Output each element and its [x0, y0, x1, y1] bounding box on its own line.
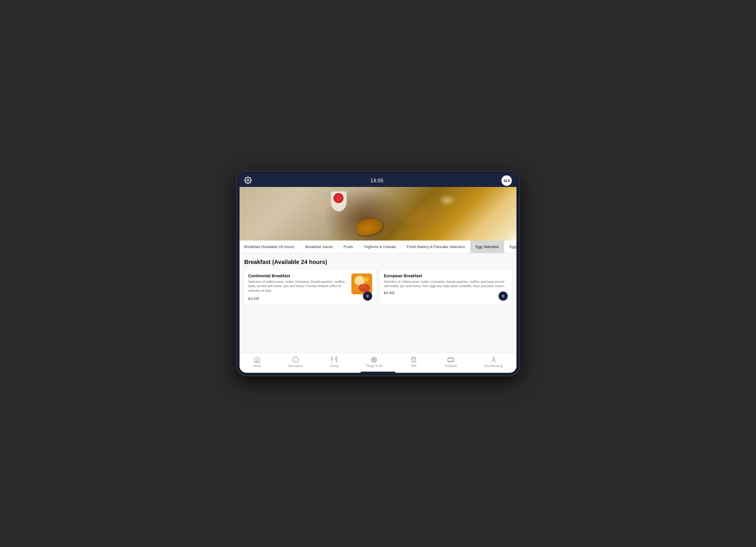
- svg-line-17: [372, 358, 373, 359]
- housekeeping-icon: [490, 356, 497, 363]
- nav-label-information: Information: [288, 364, 303, 367]
- card-title-continental: Continental Breakfast: [248, 274, 348, 278]
- menu-card-continental: Continental Breakfast Selection of chill…: [244, 270, 376, 305]
- room-badge: 413: [501, 175, 512, 186]
- svg-point-25: [492, 357, 495, 359]
- bottom-nav: Home Information: [240, 353, 516, 371]
- svg-point-12: [373, 359, 375, 360]
- menu-card-european: European Breakfast Selection of chilled …: [380, 270, 512, 305]
- nav-label-dining: Dining: [330, 364, 338, 367]
- transport-icon: [447, 356, 454, 363]
- card-body-european: European Breakfast Selection of chilled …: [384, 274, 508, 288]
- add-button-european[interactable]: +: [498, 291, 508, 301]
- card-price-continental: ฿3,630: [248, 297, 372, 301]
- tab-breakfast-24h[interactable]: Breakfast (Available 24 hours): [240, 241, 300, 253]
- menu-cards-row: Continental Breakfast Selection of chill…: [244, 270, 512, 305]
- nav-item-spa[interactable]: SPA: [408, 355, 420, 369]
- svg-point-6: [364, 277, 369, 281]
- hero-bowl-decoration: [331, 191, 347, 212]
- card-title-european: European Breakfast: [384, 274, 508, 278]
- nav-label-housekeeping: Housekeeping: [484, 364, 503, 367]
- nav-item-things-to-do[interactable]: Things To Do: [363, 355, 385, 369]
- svg-point-5: [359, 284, 366, 288]
- svg-rect-22: [448, 358, 454, 361]
- tab-breakfast-juices[interactable]: Breakfast Juices: [300, 241, 338, 253]
- tab-egg-selection[interactable]: Egg Selection: [470, 241, 504, 253]
- tab-fruits[interactable]: Fruits: [338, 241, 359, 253]
- status-bar: 14:05 413: [240, 174, 516, 187]
- card-price-european: ฿4,400: [384, 291, 508, 295]
- card-desc-european: Selection of chilled juices, butter croi…: [384, 279, 508, 288]
- svg-point-0: [247, 180, 249, 182]
- nav-label-home: Home: [253, 364, 261, 367]
- settings-icon[interactable]: [244, 177, 252, 185]
- ferris-wheel-icon: [370, 356, 378, 363]
- nav-label-transport: Transport: [445, 364, 457, 367]
- tab-eggs-bene[interactable]: Eggs Bene: [504, 241, 516, 253]
- svg-point-3: [357, 277, 364, 284]
- card-text-continental: Continental Breakfast Selection of chill…: [248, 274, 348, 294]
- tablet-screen: 14:05 413 Breakfast (Available 24 hours)…: [240, 174, 516, 373]
- tab-bakery[interactable]: Fresh Bakery & Pancake Selection: [401, 241, 470, 253]
- nav-item-home[interactable]: Home: [251, 355, 263, 369]
- tablet-shell: 14:05 413 Breakfast (Available 24 hours)…: [236, 171, 520, 376]
- section-title: Breakfast (Available 24 hours): [244, 259, 512, 266]
- tab-bar: Breakfast (Available 24 hours) Breakfast…: [240, 241, 516, 254]
- add-button-continental[interactable]: +: [363, 291, 372, 301]
- nav-item-information[interactable]: Information: [286, 355, 305, 369]
- info-icon: [292, 356, 299, 363]
- nav-item-housekeeping[interactable]: Housekeeping: [482, 355, 505, 369]
- tab-yoghurts[interactable]: Yoghurts & Cereals: [359, 241, 402, 253]
- svg-line-19: [375, 358, 376, 359]
- card-text-european: European Breakfast Selection of chilled …: [384, 274, 508, 288]
- nav-item-dining[interactable]: Dining: [328, 355, 340, 369]
- card-image-placeholder-continental: [351, 274, 372, 294]
- svg-line-20: [372, 361, 373, 362]
- nav-item-transport[interactable]: Transport: [442, 355, 459, 369]
- status-time: 14:05: [370, 178, 383, 184]
- card-image-continental: [351, 274, 372, 294]
- home-icon: [253, 356, 261, 363]
- svg-line-18: [375, 361, 376, 362]
- card-desc-continental: Selection of chilled juices, butter croi…: [248, 279, 348, 293]
- nav-label-things-to-do: Things To Do: [366, 364, 383, 367]
- spa-icon: [410, 356, 417, 363]
- hero-pastry-decoration: [354, 216, 384, 238]
- hero-image: [240, 187, 516, 241]
- dining-icon: [330, 356, 338, 363]
- main-content: Breakfast (Available 24 hours) Continent…: [240, 254, 516, 353]
- nav-label-spa: SPA: [411, 364, 416, 367]
- home-indicator: [361, 372, 395, 373]
- card-body-continental: Continental Breakfast Selection of chill…: [248, 274, 372, 294]
